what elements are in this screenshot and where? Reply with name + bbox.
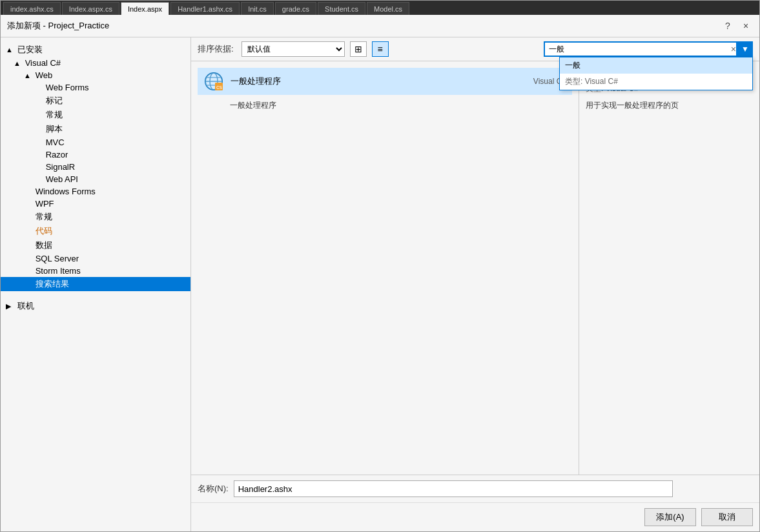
tab-index-aspx[interactable]: Index.aspx <box>121 2 169 15</box>
tree-item-jiaoben[interactable]: 脚本 <box>1 122 190 136</box>
dropdown-item-general[interactable]: 一般 <box>560 57 752 74</box>
template-icon-handler: cs <box>203 71 224 92</box>
tree-item-biaoji[interactable]: 标记 <box>1 94 190 108</box>
tree-item-changgui1[interactable]: 常规 <box>1 108 190 122</box>
tree-item-wpf[interactable]: WPF <box>1 198 190 210</box>
search-dropdown-list: 一般 类型: Visual C# <box>559 57 753 90</box>
content-area: cs 一般处理程序 Visual C# 一般处理程序 <box>191 61 759 475</box>
description-panel: 一般处理程序 类型: Visual C# 用于实现一般处理程序的页 <box>579 61 759 475</box>
tree-item-changgui2[interactable]: 常规 <box>1 210 190 224</box>
template-row-handler[interactable]: cs 一般处理程序 Visual C# <box>198 68 572 95</box>
action-bar: 添加(A) 取消 <box>191 502 759 531</box>
tree-item-storm-items[interactable]: Storm Items <box>1 265 190 277</box>
bottom-bar: 名称(N): <box>191 475 759 502</box>
sort-select[interactable]: 默认值 名称 类型 <box>241 41 345 57</box>
desc-text: 用于实现一般处理程序的页 <box>586 99 753 111</box>
tab-bar: index.ashx.cs Index.aspx.cs Index.aspx H… <box>1 1 759 15</box>
tree-item-windows-forms[interactable]: Windows Forms <box>1 185 190 198</box>
tab-model-cs[interactable]: Model.cs <box>367 2 409 15</box>
search-dropdown-button[interactable]: ▼ <box>737 41 753 57</box>
help-button[interactable]: ? <box>721 19 735 33</box>
dropdown-item-type[interactable]: 类型: Visual C# <box>560 74 752 90</box>
template-detail-name: 一般处理程序 <box>198 95 572 116</box>
tab-handler-ashx-cs[interactable]: Handler1.ashx.cs <box>170 2 240 15</box>
tree-item-shuju[interactable]: 数据 <box>1 238 190 252</box>
sidebar: ▲ 已安装 ▲ Visual C# ▲ Web Web Forms <box>1 37 191 531</box>
globe-icon: cs <box>203 71 224 92</box>
tree-item-web-forms[interactable]: Web Forms <box>1 81 190 94</box>
sort-label: 排序依据: <box>198 43 234 55</box>
close-button[interactable]: × <box>739 19 753 33</box>
tree-item-signalr[interactable]: SignalR <box>1 161 190 173</box>
tab-index-aspx-cs[interactable]: Index.aspx.cs <box>62 2 119 15</box>
tab-student-cs[interactable]: Student.cs <box>318 2 365 15</box>
tab-grade-cs[interactable]: grade.cs <box>275 2 316 15</box>
list-view-button[interactable]: ≡ <box>372 41 389 57</box>
tree-item-razor[interactable]: Razor <box>1 148 190 161</box>
tree-item-search-results[interactable]: 搜索结果 <box>1 277 190 291</box>
search-input[interactable] <box>544 41 737 57</box>
svg-text:cs: cs <box>216 84 223 90</box>
title-bar: 添加新项 - Project_Practice ? × <box>1 15 759 37</box>
tree-item-sql-server[interactable]: SQL Server <box>1 252 190 265</box>
tree-section: ▲ 已安装 ▲ Visual C# ▲ Web Web Forms <box>1 40 190 294</box>
template-row-name: 一般处理程序 <box>231 76 533 87</box>
tree-item-web-api[interactable]: Web API <box>1 173 190 185</box>
right-panel: 排序依据: 默认值 名称 类型 ⊞ ≡ × ▼ 一般 类型: Visual C# <box>191 37 759 531</box>
name-row: 名称(N): <box>198 480 753 497</box>
tab-init-cs[interactable]: Init.cs <box>241 2 274 15</box>
cancel-button[interactable]: 取消 <box>701 508 753 526</box>
tree-item-online[interactable]: ▶ 联机 <box>1 299 190 313</box>
grid-view-button[interactable]: ⊞ <box>350 41 367 57</box>
name-label: 名称(N): <box>198 483 229 495</box>
tree-item-web[interactable]: ▲ Web <box>1 69 190 81</box>
tree-item-daima[interactable]: 代码 <box>1 224 190 238</box>
title-bar-controls: ? × <box>721 19 753 33</box>
template-area: cs 一般处理程序 Visual C# 一般处理程序 <box>191 61 579 475</box>
tab-index-ashx-cs[interactable]: index.ashx.cs <box>3 2 61 15</box>
tree-item-installed[interactable]: ▲ 已安装 <box>1 43 190 57</box>
search-clear-button[interactable]: × <box>731 44 736 54</box>
tree-item-visual-csharp[interactable]: ▲ Visual C# <box>1 57 190 69</box>
tree-item-mvc[interactable]: MVC <box>1 136 190 148</box>
add-button[interactable]: 添加(A) <box>644 508 696 526</box>
add-new-item-dialog: index.ashx.cs Index.aspx.cs Index.aspx H… <box>0 0 760 532</box>
dialog-title: 添加新项 - Project_Practice <box>7 20 109 32</box>
name-input[interactable] <box>234 480 673 497</box>
search-container: × ▼ 一般 类型: Visual C# <box>544 41 753 57</box>
main-content: ▲ 已安装 ▲ Visual C# ▲ Web Web Forms <box>1 37 759 531</box>
toolbar: 排序依据: 默认值 名称 类型 ⊞ ≡ × ▼ 一般 类型: Visual C# <box>191 37 759 61</box>
